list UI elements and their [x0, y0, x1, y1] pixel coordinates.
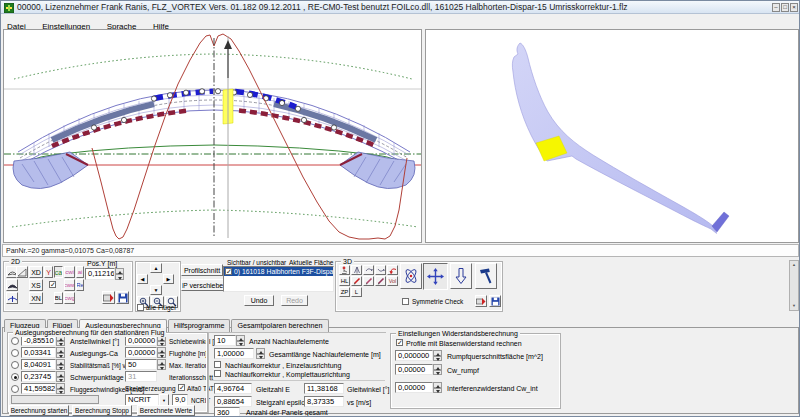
pencil3-button[interactable] — [375, 276, 386, 286]
export-icon — [103, 293, 114, 303]
cw-int-input[interactable]: 0,00000 — [395, 382, 433, 393]
auslegung-group-title: Auslegungsberechnung für den stationären… — [13, 328, 166, 337]
posy-spinner[interactable] — [115, 268, 124, 280]
ca-button[interactable]: ca — [54, 266, 63, 278]
observer-button[interactable] — [339, 265, 350, 275]
hl-button[interactable]: HL — [339, 276, 350, 286]
export-3d-icon — [476, 297, 486, 306]
save-3d-button[interactable] — [489, 295, 501, 307]
close-button[interactable]: × — [790, 3, 798, 12]
surface-item-label: 0) 161018 Halbhorten F3F-Dispar 14 cA=0 … — [234, 267, 333, 276]
flip-up-button[interactable] — [363, 265, 374, 275]
floppy-icon — [118, 293, 128, 303]
alle-fluegel-row: alle Flügel — [137, 304, 176, 311]
panels-value: 360 — [214, 407, 240, 417]
y-ca-checkbox[interactable] — [49, 281, 56, 288]
rumpfquerschnitt-spinner[interactable] — [433, 350, 442, 361]
cw-int-label: Interferenzwiderstand Cw_int — [447, 384, 538, 393]
symmetrie-check-checkbox[interactable] — [402, 298, 409, 305]
re-button[interactable]: Re — [76, 279, 84, 291]
reset-view-button[interactable] — [387, 265, 398, 275]
export-button[interactable] — [102, 291, 115, 304]
scroll-down-icon[interactable]: ▼ — [791, 303, 797, 309]
move-3d-button[interactable] — [423, 263, 448, 290]
scroll-up-icon[interactable]: ▲ — [791, 262, 797, 268]
toolbar-strip: 2D XD XS XN Y ca cwi ai cww Re BL cwg Po… — [1, 258, 800, 313]
rumpfquerschnitt-input[interactable]: 0,000000 — [395, 350, 433, 361]
l-button[interactable]: L — [351, 287, 362, 297]
alle-fluegel-checkbox[interactable] — [137, 304, 144, 311]
wing-3d-panel[interactable] — [425, 29, 799, 243]
surface-list-item[interactable]: 0) 161018 Halbhorten F3F-Dispar 14 cA=0 … — [224, 267, 333, 276]
pan-left-button[interactable]: ◀ — [137, 274, 148, 284]
berechnung-starten-button[interactable]: Berechnung starten — [9, 405, 69, 416]
xn-button[interactable]: XN — [29, 292, 43, 304]
triangle-icon — [17, 268, 27, 277]
y-button[interactable]: Y — [44, 266, 53, 278]
planform-plot — [4, 30, 421, 242]
ai-button[interactable]: ai — [76, 266, 84, 278]
build-3d-button[interactable] — [475, 263, 497, 289]
wing-front-icon — [7, 294, 17, 303]
view-front-button[interactable] — [6, 292, 18, 304]
save-2d-button[interactable] — [116, 291, 129, 304]
undo-button[interactable]: Undo — [244, 295, 274, 306]
lower-dotted-curve — [12, 210, 418, 227]
pan-right-button[interactable]: ▶ — [163, 274, 174, 284]
floppy-3d-icon — [491, 297, 500, 306]
cw-rumpf-input[interactable]: 0,00000 — [395, 364, 433, 375]
cw-rumpf-label: Cw_rumpf — [447, 366, 479, 375]
cwi-button[interactable]: cwi — [64, 266, 75, 278]
pan-down-button[interactable]: ▼ — [150, 285, 162, 295]
pan-up-button[interactable]: ▲ — [150, 263, 162, 273]
rumpfquerschnitt-label: Rumpfquerschnittsfläche [m^2] — [447, 352, 543, 361]
bl-button[interactable]: BL — [54, 292, 63, 304]
symmetrie-row: Symmetrie Check — [402, 298, 463, 305]
widerstand-group-title: Einstellungen Widerstandsberechnung — [396, 329, 520, 338]
berechnete-werte-button[interactable]: Berechnete Werte — [137, 405, 195, 416]
move-cross-icon — [427, 268, 444, 285]
vol-button[interactable]: Vol — [387, 276, 398, 286]
pencil-dark-icon — [377, 277, 385, 285]
pencil-red-icon — [353, 277, 361, 285]
blasenwiderstand-label: Profile mit Blasenwiderstand rechnen — [406, 339, 522, 348]
rotate-3d-button[interactable] — [400, 263, 422, 289]
app-icon — [4, 3, 14, 13]
surface-listbox[interactable]: 0) 161018 Halbhorten F3F-Dispar 14 cA=0 … — [223, 266, 334, 292]
gamma-distribution-curve — [92, 34, 407, 239]
pencil-rose-icon — [365, 277, 373, 285]
cww-button[interactable]: cww — [64, 279, 75, 291]
axes-button[interactable] — [351, 265, 362, 275]
wing-3d-winglet — [712, 212, 729, 232]
surface-visible-checkbox[interactable] — [225, 268, 232, 275]
flip-down-button[interactable] — [375, 265, 386, 275]
title-bar: 00000, Lizenznehmer Frank Ranis, FLZ_VOR… — [1, 1, 800, 14]
berechnung-stopp-button[interactable]: Berechnung Stopp — [72, 405, 132, 416]
pencil1-button[interactable] — [351, 276, 362, 286]
toolbar-scrollbar[interactable]: ▲ ▼ — [789, 260, 799, 311]
redo-button[interactable]: Redo — [281, 295, 308, 306]
angle-tool-button[interactable] — [16, 266, 28, 278]
export-3d-button[interactable] — [475, 295, 487, 307]
zoom-3d-button[interactable] — [450, 263, 472, 289]
pencil2-button[interactable] — [363, 276, 374, 286]
posy-label: Pos.Y [m] — [87, 259, 117, 268]
view-filled-button[interactable] — [6, 279, 18, 291]
xd-button[interactable]: XD — [29, 266, 43, 278]
wing-filled-icon — [7, 281, 17, 290]
planform-plot-panel[interactable] — [3, 29, 422, 243]
minimize-button[interactable]: – — [772, 3, 780, 12]
posy-input[interactable]: 0,11216 — [85, 268, 115, 280]
cwg-button[interactable]: cwg — [64, 292, 75, 304]
zp-button[interactable]: ZP — [339, 287, 350, 297]
winglet-right — [340, 152, 415, 189]
blasenwiderstand-checkbox[interactable] — [396, 339, 403, 346]
xs-button[interactable]: XS — [29, 279, 43, 291]
restore-button[interactable]: □ — [781, 3, 789, 12]
cw-rumpf-spinner[interactable] — [433, 364, 442, 375]
tab-hilfsprogramme[interactable]: Hilfsprogramme — [168, 319, 231, 332]
tab-gesamtpolaren[interactable]: Gesamtpolaren berechnen — [231, 319, 328, 332]
profilschnitt-button[interactable]: Profilschnitt — [181, 264, 223, 276]
cw-int-spinner[interactable] — [433, 382, 442, 393]
np-verschieben-button[interactable]: NP verschieben — [181, 279, 224, 291]
